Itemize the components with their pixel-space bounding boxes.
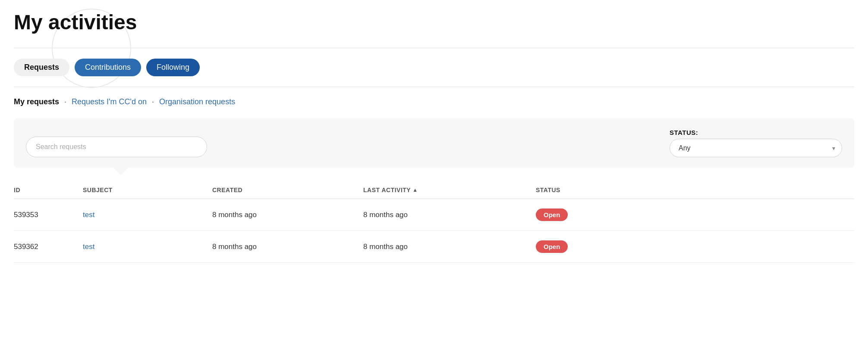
row-1-last-activity: 8 months ago: [363, 211, 536, 219]
sub-nav-dot-2: ·: [152, 97, 154, 106]
row-2-status: Open: [536, 240, 854, 253]
row-1-id: 539353: [14, 211, 83, 219]
col-header-subject: SUBJECT: [83, 187, 212, 193]
col-header-created: CREATED: [212, 187, 363, 193]
row-2-subject[interactable]: test: [83, 243, 212, 251]
search-input[interactable]: [26, 137, 207, 157]
status-select[interactable]: Any Open Closed Pending Resolved: [670, 139, 842, 157]
tab-requests[interactable]: Requests: [14, 59, 69, 76]
sub-nav-my-requests: My requests: [14, 97, 59, 106]
sort-arrow-icon: ▲: [412, 187, 418, 193]
last-activity-label: LAST ACTIVITY: [363, 187, 411, 193]
status-badge: Open: [536, 209, 568, 221]
status-wrapper: STATUS: Any Open Closed Pending Resolved: [670, 129, 842, 157]
status-badge: Open: [536, 240, 568, 253]
search-wrapper: [26, 137, 207, 157]
col-header-id: ID: [14, 187, 83, 193]
table-header: ID SUBJECT CREATED LAST ACTIVITY ▲ STATU…: [14, 183, 854, 199]
row-2-last-activity: 8 months ago: [363, 243, 536, 251]
page-title: My activities: [14, 10, 854, 34]
row-1-created: 8 months ago: [212, 211, 363, 219]
tab-following[interactable]: Following: [146, 59, 200, 76]
filter-bar: STATUS: Any Open Closed Pending Resolved: [14, 118, 854, 168]
sub-nav-org-requests[interactable]: Organisation requests: [159, 97, 235, 106]
row-2-created: 8 months ago: [212, 243, 363, 251]
table-container: ID SUBJECT CREATED LAST ACTIVITY ▲ STATU…: [14, 183, 854, 263]
row-1-status: Open: [536, 209, 854, 221]
sub-nav-dot-1: ·: [64, 97, 66, 106]
col-header-last-activity[interactable]: LAST ACTIVITY ▲: [363, 187, 536, 193]
col-header-status: STATUS: [536, 187, 854, 193]
tab-contributions[interactable]: Contributions: [75, 59, 141, 76]
sub-nav-cc-requests[interactable]: Requests I'm CC'd on: [72, 97, 147, 106]
row-1-subject[interactable]: test: [83, 211, 212, 219]
top-divider: [14, 48, 854, 48]
chevron-indicator: [113, 168, 129, 175]
tabs-row: Requests Contributions Following: [14, 59, 854, 76]
sub-nav: My requests · Requests I'm CC'd on · Org…: [14, 97, 854, 106]
section-divider: [14, 87, 854, 87]
table-row: 539353 test 8 months ago 8 months ago Op…: [14, 199, 854, 231]
row-2-id: 539362: [14, 243, 83, 251]
table-row: 539362 test 8 months ago 8 months ago Op…: [14, 231, 854, 263]
status-select-wrapper: Any Open Closed Pending Resolved: [670, 139, 842, 157]
status-label: STATUS:: [670, 129, 842, 136]
